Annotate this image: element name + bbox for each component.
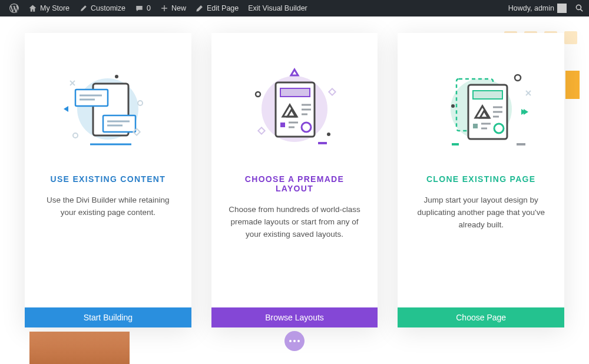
svg-rect-43 — [473, 124, 478, 128]
pencil-icon — [196, 4, 204, 12]
bg-image-preview — [29, 332, 130, 364]
brush-icon — [79, 4, 88, 13]
plus-icon — [160, 4, 168, 12]
card-body: USE EXISTING CONTENT Use the Divi Builde… — [25, 174, 191, 307]
card-title: CHOOSE A PREMADE LAYOUT — [227, 174, 363, 193]
avatar — [557, 4, 567, 13]
svg-marker-48 — [524, 109, 528, 115]
svg-rect-31 — [329, 88, 335, 95]
card-illustration — [398, 33, 564, 174]
start-building-button[interactable]: Start Building — [25, 307, 191, 327]
choose-page-button[interactable]: Choose Page — [398, 307, 564, 327]
card-use-existing-content: USE EXISTING CONTENT Use the Divi Builde… — [25, 33, 191, 327]
svg-point-30 — [327, 133, 330, 136]
svg-point-9 — [73, 133, 78, 138]
card-title: CLONE EXISTING PAGE — [413, 174, 549, 184]
dot-icon — [293, 340, 296, 342]
wordpress-icon — [9, 4, 19, 13]
card-description: Use the Divi Builder while retaining you… — [40, 194, 176, 219]
card-choose-premade-layout: CHOOSE A PREMADE LAYOUT Choose from hund… — [211, 33, 378, 327]
dot-icon — [297, 340, 300, 342]
site-name-label: My Store — [40, 4, 70, 12]
browse-layouts-button[interactable]: Browse Layouts — [211, 307, 378, 327]
card-description: Choose from hundreds of world-class prem… — [227, 204, 363, 241]
wp-admin-bar: My Store Customize 0 New Edit Page — [0, 0, 589, 16]
card-title: USE EXISTING CONTENT — [40, 174, 176, 184]
customize-label: Customize — [91, 4, 125, 12]
svg-point-50 — [451, 104, 455, 108]
exit-vb-label: Exit Visual Builder — [248, 4, 307, 12]
svg-marker-28 — [291, 70, 298, 75]
button-label: Choose Page — [456, 313, 506, 322]
card-illustration — [25, 33, 191, 174]
edit-page-label: Edit Page — [207, 4, 239, 12]
svg-point-49 — [515, 75, 521, 81]
svg-rect-2 — [75, 90, 108, 106]
svg-rect-24 — [280, 123, 285, 127]
card-clone-existing-page: CLONE EXISTING PAGE Jump start your layo… — [398, 33, 564, 327]
admin-bar-right: Howdy, admin — [504, 0, 584, 16]
card-description: Jump start your layout design by duplica… — [413, 194, 549, 231]
home-icon — [28, 4, 37, 13]
exit-visual-builder[interactable]: Exit Visual Builder — [243, 0, 312, 16]
svg-rect-37 — [473, 91, 502, 99]
site-name-menu[interactable]: My Store — [24, 0, 74, 16]
premade-layout-illus-icon — [236, 59, 353, 159]
svg-marker-8 — [64, 106, 68, 112]
divi-fab-button[interactable] — [284, 331, 305, 351]
wp-logo-menu[interactable] — [5, 0, 24, 16]
svg-point-11 — [115, 75, 118, 78]
comments-count: 0 — [147, 4, 151, 12]
svg-rect-18 — [280, 88, 310, 97]
card-body: CHOOSE A PREMADE LAYOUT Choose from hund… — [211, 174, 378, 307]
button-label: Browse Layouts — [265, 313, 324, 322]
card-body: CLONE EXISTING PAGE Jump start your layo… — [398, 174, 564, 307]
comment-icon — [135, 4, 144, 13]
comments-menu[interactable]: 0 — [130, 0, 155, 16]
my-account-menu[interactable]: Howdy, admin — [504, 0, 569, 16]
dot-icon — [289, 340, 292, 342]
existing-content-illus-icon — [49, 59, 167, 159]
svg-rect-5 — [103, 115, 135, 132]
button-label: Start Building — [84, 313, 133, 322]
new-label: New — [171, 4, 186, 12]
admin-bar-left: My Store Customize 0 New Edit Page — [5, 0, 312, 16]
svg-point-29 — [256, 92, 260, 97]
clone-page-illus-icon — [422, 59, 540, 159]
svg-rect-32 — [258, 127, 264, 134]
svg-point-10 — [138, 101, 143, 105]
card-illustration — [211, 33, 378, 174]
bg-accent-block — [565, 71, 580, 99]
search-icon[interactable] — [575, 4, 584, 13]
greeting-label: Howdy, admin — [508, 4, 554, 12]
onboarding-cards: USE EXISTING CONTENT Use the Divi Builde… — [25, 33, 564, 327]
edit-page-menu[interactable]: Edit Page — [191, 0, 243, 16]
linkedin-icon[interactable] — [564, 31, 577, 44]
customize-menu[interactable]: Customize — [74, 0, 130, 16]
new-content-menu[interactable]: New — [155, 0, 191, 16]
